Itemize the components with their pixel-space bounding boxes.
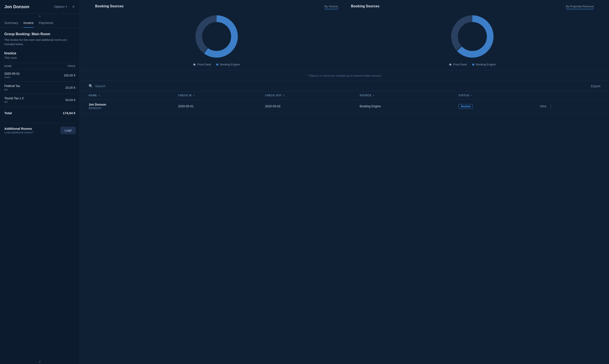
invoice-row-sub: tax — [4, 88, 48, 91]
invoice-row: Federal Tax tax 20,00 € — [4, 82, 75, 94]
chart-revenue-legend: Front Desk Booking Engine — [449, 63, 496, 66]
additional-rooms-subtitle: Load additional rooms? — [4, 131, 33, 134]
view-button[interactable]: View — [540, 104, 546, 108]
checkout-sort-icon[interactable]: ▾ — [283, 94, 285, 97]
group-booking-title: Group Booking: Main Room — [4, 32, 75, 36]
options-button[interactable]: Options ▾ — [52, 4, 69, 9]
export-button[interactable]: Export — [591, 84, 600, 88]
search-icon: 🔍 — [89, 84, 93, 88]
donut-chart-revenue — [449, 13, 496, 60]
name-sort-icon[interactable]: ▾ — [98, 94, 100, 97]
guest-name: Jon Donson — [89, 103, 161, 106]
chart-volume-header: Booking Sources By Volume — [95, 4, 338, 9]
search-input[interactable] — [95, 84, 138, 88]
legend-dot-front-desk-2 — [449, 64, 451, 66]
scroll-up-indicator[interactable]: ▲ — [0, 13, 80, 18]
tab-summary[interactable]: Summary — [4, 18, 18, 28]
sidebar: Jon Donson Options ▾ × ▲ Summary Invoice… — [0, 0, 80, 364]
invoice-section-title: Invoice — [4, 51, 75, 55]
sidebar-tabs: Summary Invoice Payments — [0, 18, 80, 28]
table-row: Jon Donson BBNB2042 2020-05-01 2020-05-0… — [80, 100, 609, 113]
invoice-row-name: 2020-05-01 — [4, 72, 48, 75]
invoice-section-subtitle: This room — [4, 56, 75, 59]
load-rooms-button[interactable]: Load — [61, 127, 75, 134]
chart-volume-legend: Front Desk Booking Engine — [193, 63, 240, 66]
legend-label-front-desk-2: Front Desk — [453, 63, 467, 66]
invoice-row-sub: room — [4, 76, 48, 79]
status-sort-icon[interactable]: ▾ — [471, 94, 472, 97]
search-wrapper: 🔍 — [89, 84, 138, 88]
invoice-row-price: 20,00 € — [48, 82, 75, 94]
chart-revenue: Booking Sources By Projected Revenue Fro… — [345, 4, 601, 66]
additional-rooms: Additional Rooms Load additional rooms? … — [4, 123, 75, 134]
chart-footnote: * Figures in charts are rounded up to ne… — [80, 71, 609, 81]
col-name: Name ▾ — [80, 91, 169, 100]
legend-label-front-desk: Front Desk — [197, 63, 211, 66]
check-out-cell: 2020-05-02 — [256, 100, 351, 113]
invoice-row: 2020-05-01 room 100,00 € — [4, 69, 75, 82]
legend-front-desk-volume: Front Desk — [193, 63, 211, 66]
col-status: Status ▾ — [450, 91, 531, 100]
invoice-row: Tourist Tax x 2 tax 54,04 € — [4, 94, 75, 106]
legend-booking-engine-revenue: Booking Engine — [472, 63, 496, 66]
invoice-table: Name Price 2020-05-01 room 100,00 € Fede… — [4, 63, 75, 106]
options-label: Options — [54, 5, 64, 8]
check-in-cell: 2020-05-01 — [169, 100, 256, 113]
chart-revenue-donut-wrapper: Front Desk Booking Engine — [351, 13, 594, 66]
chart-volume-title: Booking Sources — [95, 4, 124, 8]
close-button[interactable]: × — [71, 4, 75, 10]
legend-booking-engine-volume: Booking Engine — [216, 63, 240, 66]
charts-section: Booking Sources By Volume Front Desk — [80, 0, 609, 71]
legend-dot-front-desk — [193, 64, 195, 66]
tab-invoice[interactable]: Invoice — [23, 18, 34, 28]
invoice-col-name: Name — [4, 63, 48, 69]
chart-volume-donut-wrapper: Front Desk Booking Engine — [95, 13, 338, 66]
data-table: Name ▾ Check In ▾ Check Out ▾ Source ▾ — [80, 91, 609, 113]
total-label: Total — [4, 111, 12, 115]
additional-rooms-title: Additional Rooms — [4, 127, 33, 130]
invoice-row-price: 100,00 € — [48, 69, 75, 82]
sidebar-title: Jon Donson — [4, 4, 29, 9]
status-cell: Booked — [450, 100, 531, 113]
chart-revenue-header: Booking Sources By Projected Revenue — [351, 4, 594, 9]
table-toolbar: 🔍 Export — [80, 81, 609, 91]
table-section: 🔍 Export Name ▾ Check In ▾ Check Ou — [80, 81, 609, 364]
invoice-row-name: Tourist Tax x 2 — [4, 96, 48, 100]
col-checkout: Check Out ▾ — [256, 91, 351, 100]
chart-revenue-title: Booking Sources — [351, 4, 380, 8]
legend-dot-booking-engine-2 — [472, 64, 474, 66]
invoice-row-sub: tax — [4, 100, 48, 104]
total-value: 174,04 € — [63, 111, 75, 115]
group-booking-description: The invoice for this room and additional… — [4, 38, 75, 46]
table-header-row: Name ▾ Check In ▾ Check Out ▾ Source ▾ — [80, 91, 609, 100]
chart-volume: Booking Sources By Volume Front Desk — [89, 4, 345, 66]
more-options-button[interactable]: ⋮ — [549, 104, 553, 109]
invoice-row-name: Federal Tax — [4, 84, 48, 88]
col-source: Source ▾ — [351, 91, 450, 100]
col-checkin: Check In ▾ — [169, 91, 256, 100]
invoice-col-price: Price — [48, 63, 75, 69]
legend-dot-booking-engine — [216, 64, 218, 66]
main-content: Booking Sources By Volume Front Desk — [80, 0, 609, 364]
checkin-sort-icon[interactable]: ▾ — [193, 94, 194, 97]
chart-volume-subtitle: By Volume — [324, 5, 338, 9]
chevron-down-icon: ▾ — [66, 5, 67, 8]
action-cell: View ⋮ — [531, 100, 609, 113]
source-sort-icon[interactable]: ▾ — [373, 94, 374, 97]
tab-payments[interactable]: Payments — [39, 18, 53, 28]
guest-id: BBNB2042 — [89, 107, 161, 110]
chart-revenue-subtitle: By Projected Revenue — [566, 5, 594, 9]
legend-label-booking-engine-2: Booking Engine — [476, 63, 496, 66]
invoice-row-price: 54,04 € — [48, 94, 75, 106]
status-badge: Booked — [458, 104, 473, 109]
col-actions — [531, 91, 609, 100]
source-cell: Booking Engine — [351, 100, 450, 113]
invoice-total-row: Total 174,04 € — [4, 108, 75, 118]
scroll-down-indicator[interactable]: ▼ — [0, 360, 80, 364]
donut-chart-volume — [193, 13, 240, 60]
legend-front-desk-revenue: Front Desk — [449, 63, 467, 66]
legend-label-booking-engine: Booking Engine — [220, 63, 240, 66]
sidebar-header: Jon Donson Options ▾ × — [0, 0, 80, 13]
sidebar-content: Group Booking: Main Room The invoice for… — [0, 28, 80, 360]
